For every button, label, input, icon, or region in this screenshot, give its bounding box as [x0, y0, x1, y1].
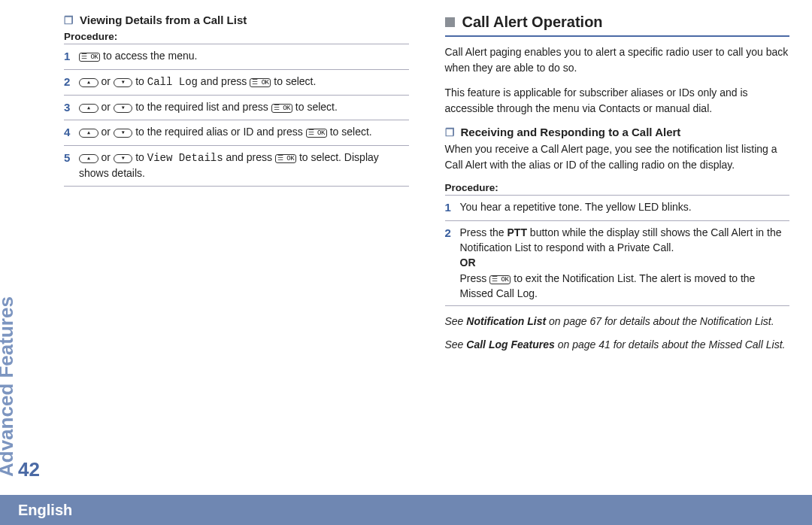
bold-text: PTT [508, 226, 527, 238]
side-rail: Advanced Features [0, 296, 18, 477]
right-steps: 1You hear a repetitive tone. The yellow … [445, 195, 790, 306]
intro-paragraph-2: This feature is applicable for subscribe… [445, 85, 790, 117]
right-subheading-text: Receiving and Responding to a Call Alert [461, 126, 681, 138]
section-heading: Call Alert Operation [445, 14, 790, 37]
procedure-step: 1You hear a repetitive tone. The yellow … [445, 195, 790, 220]
step-number: 5 [64, 150, 79, 166]
down-arrow-icon: ▾ [114, 78, 133, 87]
right-subheading: ❐ Receiving and Responding to a Call Ale… [445, 126, 790, 138]
down-arrow-icon: ▾ [114, 129, 133, 138]
procedure-step: 3▴ or ▾ to the required list and press ☰… [64, 95, 409, 120]
down-arrow-icon: ▾ [114, 104, 133, 113]
left-procedure-label: Procedure: [64, 31, 409, 42]
step-body: Press the PTT button while the display s… [460, 225, 790, 301]
chapter-title: Advanced Features [0, 296, 18, 477]
footer-language: English [18, 502, 72, 519]
section-title: Call Alert Operation [462, 14, 603, 31]
up-arrow-icon: ▴ [79, 154, 98, 163]
right-procedure-label: Procedure: [445, 182, 790, 193]
menu-item-text: View Details [147, 152, 223, 164]
left-column: ❐ Viewing Details from a Call List Proce… [64, 14, 409, 480]
step-number: 2 [64, 74, 79, 90]
bold-text: OR [460, 256, 476, 269]
see-note-1-bold: Notification List [466, 315, 546, 327]
step-number: 1 [64, 48, 79, 65]
up-arrow-icon: ▴ [79, 129, 98, 138]
step-body: You hear a repetitive tone. The yellow L… [460, 199, 790, 214]
step-body: ▴ or ▾ to the required alias or ID and p… [79, 124, 409, 139]
left-steps: 1☰ OK to access the menu.2▴ or ▾ to Call… [64, 44, 409, 187]
step-number: 2 [445, 225, 460, 241]
intro-paragraph-1: Call Alert paging enables you to alert a… [445, 44, 790, 76]
ok-button-icon: ☰ OK [489, 275, 511, 284]
procedure-step: 2Press the PTT button while the display … [445, 220, 790, 306]
left-subheading-text: Viewing Details from a Call List [80, 14, 247, 26]
step-number: 1 [445, 199, 460, 216]
step-body: ▴ or ▾ to the required list and press ☰ … [79, 99, 409, 114]
step-body: ▴ or ▾ to Call Log and press ☰ OK to sel… [79, 74, 409, 90]
file-icon: ❐ [64, 14, 74, 26]
down-arrow-icon: ▾ [114, 154, 133, 163]
right-sub-paragraph: When you receive a Call Alert page, you … [445, 141, 790, 173]
ok-button-icon: ☰ OK [79, 53, 100, 62]
square-bullet-icon [445, 17, 455, 27]
step-body: ☰ OK to access the menu. [79, 48, 409, 63]
ok-button-icon: ☰ OK [306, 129, 327, 138]
procedure-step: 5▴ or ▾ to View Details and press ☰ OK t… [64, 145, 409, 187]
page-content: ❐ Viewing Details from a Call List Proce… [64, 14, 789, 480]
left-subheading: ❐ Viewing Details from a Call List [64, 14, 409, 26]
ok-button-icon: ☰ OK [250, 78, 271, 87]
see-note-1: See Notification List on page 67 for det… [445, 314, 790, 329]
menu-item-text: Call Log [147, 76, 198, 88]
ok-button-icon: ☰ OK [275, 154, 296, 163]
procedure-step: 2▴ or ▾ to Call Log and press ☰ OK to se… [64, 69, 409, 95]
page-number: 42 [18, 458, 40, 481]
step-body: ▴ or ▾ to View Details and press ☰ OK to… [79, 150, 409, 181]
right-column: Call Alert Operation Call Alert paging e… [445, 14, 790, 480]
file-icon: ❐ [445, 126, 455, 138]
step-number: 4 [64, 124, 79, 141]
up-arrow-icon: ▴ [79, 78, 98, 87]
procedure-step: 1☰ OK to access the menu. [64, 44, 409, 69]
procedure-step: 4▴ or ▾ to the required alias or ID and … [64, 120, 409, 145]
ok-button-icon: ☰ OK [271, 104, 292, 113]
footer-bar: English [0, 495, 812, 525]
step-number: 3 [64, 99, 79, 116]
up-arrow-icon: ▴ [79, 104, 98, 113]
see-note-2: See Call Log Features on page 41 for det… [445, 337, 790, 353]
see-note-2-bold: Call Log Features [466, 338, 554, 351]
